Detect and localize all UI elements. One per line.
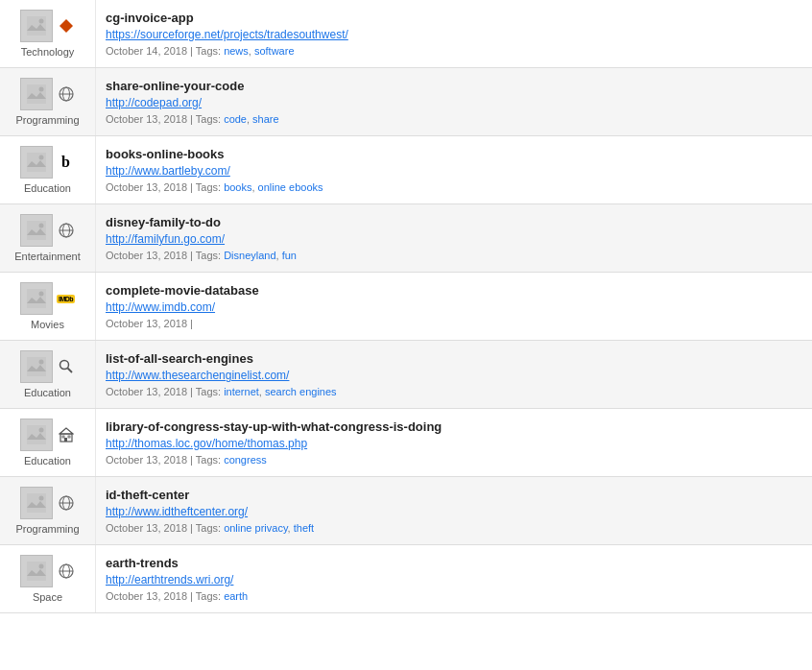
bookmark-meta: October 14, 2018 | Tags: news, software	[106, 45, 802, 57]
svg-point-6	[38, 87, 43, 92]
thumbnail	[20, 214, 53, 247]
svg-point-25	[60, 361, 68, 370]
bookmark-row: Educationlist-of-all-search-engineshttp:…	[0, 341, 812, 408]
bookmark-left-panel: Education	[0, 409, 96, 476]
bookmark-meta: October 13, 2018 | Tags: books, online e…	[106, 181, 802, 193]
svg-rect-35	[27, 493, 46, 513]
svg-line-26	[67, 369, 72, 373]
bookmark-right-panel: cg-invoice-apphttps://sourceforge.net/pr…	[96, 0, 812, 67]
category-label[interactable]: Technology	[21, 46, 75, 58]
bookmark-wrapper: Educationlibrary-of-congress-stay-up-wit…	[0, 409, 812, 477]
bookmark-meta: October 13, 2018 | Tags: internet, searc…	[106, 386, 802, 397]
site-favicon	[57, 493, 76, 513]
bookmark-url[interactable]: http://earthtrends.wri.org/	[106, 573, 802, 586]
bookmark-url[interactable]: http://codepad.org/	[106, 96, 802, 109]
bookmark-meta: October 13, 2018 | Tags: online privacy,…	[106, 522, 802, 534]
tag-link[interactable]: share	[252, 113, 279, 125]
bookmark-title: list-of-all-search-engines	[106, 351, 802, 366]
bookmark-url[interactable]: http://www.imdb.com/	[106, 300, 802, 314]
bookmark-row: Spaceearth-trendshttp://earthtrends.wri.…	[0, 545, 812, 612]
tag-link[interactable]: books	[224, 181, 251, 193]
bookmark-wrapper: IMDbMoviescomplete-movie-databasehttp://…	[0, 273, 812, 341]
svg-rect-4	[27, 84, 46, 104]
svg-rect-10	[27, 153, 46, 172]
svg-point-29	[38, 428, 43, 433]
tag-link[interactable]: earth	[224, 590, 248, 602]
site-favicon	[57, 221, 76, 240]
bookmark-row: Educationlibrary-of-congress-stay-up-wit…	[0, 409, 812, 476]
site-favicon: b	[57, 153, 76, 172]
icon-row	[20, 350, 76, 383]
bookmark-wrapper: Entertainmentdisney-family-to-dohttp://f…	[0, 204, 812, 273]
thumbnail	[20, 78, 53, 110]
thumbnail	[20, 555, 53, 587]
bookmark-left-panel: bEducation	[0, 136, 96, 203]
bookmark-title: disney-family-to-do	[106, 215, 802, 229]
bookmark-left-panel: Programming	[0, 477, 96, 544]
bookmark-url[interactable]: http://thomas.loc.gov/home/thomas.php	[106, 437, 802, 450]
bookmark-row: Entertainmentdisney-family-to-dohttp://f…	[0, 204, 812, 272]
bookmark-right-panel: library-of-congress-stay-up-with-what-co…	[96, 409, 812, 476]
tag-link[interactable]: Disneyland	[224, 250, 275, 261]
bookmark-list: Technologycg-invoice-apphttps://sourcefo…	[0, 0, 812, 613]
bookmark-url[interactable]: http://www.thesearchenginelist.com/	[106, 369, 802, 382]
tag-link[interactable]: theft	[294, 522, 314, 534]
bookmark-right-panel: disney-family-to-dohttp://familyfun.go.c…	[96, 204, 812, 272]
bookmark-title: earth-trends	[106, 556, 802, 570]
svg-point-21	[38, 292, 43, 297]
tag-link[interactable]: news	[224, 45, 249, 57]
bookmark-wrapper: Technologycg-invoice-apphttps://sourcefo…	[0, 0, 812, 68]
category-label[interactable]: Entertainment	[14, 251, 80, 262]
bookmark-wrapper: Programmingid-theft-centerhttp://www.idt…	[0, 477, 812, 545]
svg-marker-3	[60, 19, 73, 33]
bookmark-url[interactable]: http://www.bartleby.com/	[106, 164, 802, 178]
bookmark-wrapper: Spaceearth-trendshttp://earthtrends.wri.…	[0, 545, 812, 613]
bookmark-left-panel: IMDbMovies	[0, 273, 96, 340]
svg-rect-22	[27, 357, 46, 376]
bookmark-right-panel: earth-trendshttp://earthtrends.wri.org/O…	[96, 545, 812, 612]
thumbnail	[20, 146, 53, 179]
category-label[interactable]: Programming	[15, 114, 79, 126]
bookmark-url[interactable]: http://familyfun.go.com/	[106, 232, 802, 246]
bookmark-title: share-online-your-code	[106, 79, 802, 93]
site-favicon	[57, 425, 76, 444]
svg-rect-41	[27, 562, 46, 581]
bookmark-title: id-theft-center	[106, 488, 802, 502]
icon-row	[20, 214, 76, 247]
category-label[interactable]: Education	[24, 455, 71, 467]
category-label[interactable]: Space	[33, 591, 62, 603]
tag-link[interactable]: search engines	[265, 386, 337, 397]
icon-row	[20, 419, 76, 451]
tag-link[interactable]: congress	[224, 454, 267, 466]
bookmark-wrapper: bEducationbooks-online-bookshttp://www.b…	[0, 136, 812, 204]
icon-row	[20, 10, 76, 42]
thumbnail	[20, 487, 53, 519]
bookmark-title: complete-movie-database	[106, 283, 802, 298]
svg-point-15	[38, 224, 43, 228]
bookmark-title: library-of-congress-stay-up-with-what-co…	[106, 419, 802, 434]
tag-link[interactable]: online privacy	[224, 522, 287, 534]
tag-link[interactable]: fun	[282, 250, 297, 261]
tag-link[interactable]: online ebooks	[258, 181, 323, 193]
icon-row: IMDb	[20, 282, 76, 315]
svg-rect-19	[27, 289, 46, 308]
site-favicon	[57, 357, 76, 376]
icon-row: b	[20, 146, 76, 179]
bookmark-url[interactable]: http://www.idtheftcenter.org/	[106, 505, 802, 518]
svg-rect-34	[62, 436, 64, 438]
bookmark-url[interactable]: https://sourceforge.net/projects/tradeso…	[106, 28, 802, 41]
bookmark-title: books-online-books	[106, 147, 802, 161]
tag-link[interactable]: software	[254, 45, 295, 57]
bookmark-row: IMDbMoviescomplete-movie-databasehttp://…	[0, 273, 812, 340]
category-label[interactable]: Movies	[31, 319, 64, 330]
category-label[interactable]: Education	[24, 182, 71, 194]
svg-point-43	[38, 564, 43, 569]
category-label[interactable]: Programming	[15, 523, 79, 535]
bookmark-row: Technologycg-invoice-apphttps://sourcefo…	[0, 0, 812, 67]
bookmark-meta: October 13, 2018 | Tags: Disneyland, fun	[106, 250, 802, 261]
category-label[interactable]: Education	[24, 387, 71, 398]
bookmark-meta: October 13, 2018 | Tags: earth	[106, 590, 802, 602]
bookmark-meta: October 13, 2018 | Tags: congress	[106, 454, 802, 466]
tag-link[interactable]: code	[224, 113, 247, 125]
tag-link[interactable]: internet	[224, 386, 259, 397]
